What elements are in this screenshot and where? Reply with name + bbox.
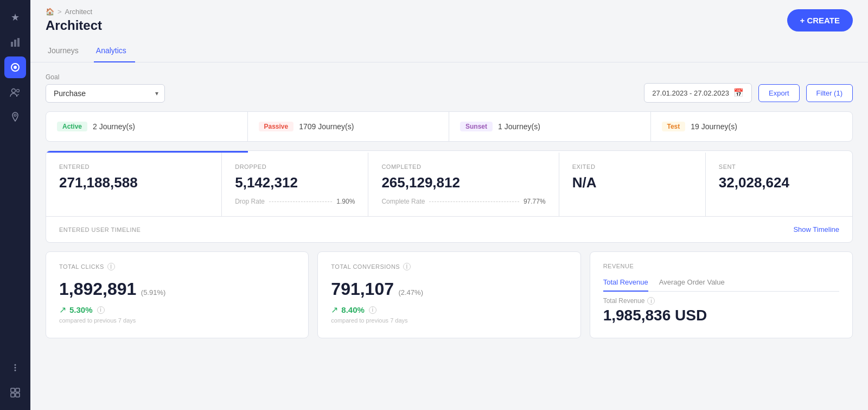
pin-icon[interactable] — [4, 106, 26, 128]
svg-rect-11 — [11, 388, 15, 392]
clicks-trend-up-icon: ↗ — [59, 305, 66, 315]
status-card-passive: Passive 1709 Journey(s) — [248, 112, 450, 141]
test-badge: Test — [662, 122, 686, 131]
clicks-info-icon[interactable]: i — [107, 263, 115, 270]
clicks-compared-text: compared to previous 7 days — [59, 317, 295, 324]
sunset-badge: Sunset — [460, 122, 493, 131]
revenue-sub-info-icon[interactable]: i — [647, 297, 655, 305]
dropped-value: 5,142,312 — [235, 174, 355, 191]
svg-rect-14 — [16, 393, 20, 397]
rev-tab-aov[interactable]: Average Order Value — [659, 278, 725, 292]
svg-rect-13 — [11, 393, 15, 397]
stats-section: ENTERED 271,188,588 DROPPED 5,142,312 Dr… — [46, 150, 853, 243]
content-area: Goal Purchase Signup Checkout Custom ▾ 2… — [30, 62, 868, 410]
calendar-icon: 📅 — [733, 88, 744, 98]
show-timeline-link[interactable]: Show Timeline — [793, 225, 839, 234]
exited-label: EXITED — [572, 163, 692, 170]
clicks-trend-row: ↗ 5.30% i — [59, 305, 295, 315]
sunset-count: 1 Journey(s) — [498, 122, 540, 131]
entered-label: ENTERED — [59, 163, 208, 170]
grid-icon[interactable] — [4, 382, 26, 403]
completed-meta: Complete Rate 97.77% — [381, 198, 545, 205]
goal-row: Goal Purchase Signup Checkout Custom ▾ 2… — [46, 73, 853, 103]
svg-point-5 — [12, 89, 16, 93]
clicks-trend-pct: 5.30% — [69, 305, 93, 314]
clicks-title: TOTAL CLICKS i — [59, 263, 295, 270]
users-icon[interactable] — [4, 81, 26, 103]
home-icon[interactable]: 🏠 — [46, 8, 54, 16]
passive-count: 1709 Journey(s) — [299, 122, 354, 131]
conversions-trend-row: ↗ 8.40% i — [331, 305, 567, 315]
breadcrumb-architect[interactable]: Architect — [65, 8, 93, 16]
bottom-cards: TOTAL CLICKS i 1,892,891 (5.91%) ↗ 5.30%… — [46, 251, 853, 338]
clicks-big-number: 1,892,891 — [59, 279, 136, 299]
breadcrumb-separator: > — [58, 8, 62, 16]
goal-select-wrapper: Purchase Signup Checkout Custom ▾ — [46, 84, 165, 103]
drop-rate-label: Drop Rate — [235, 198, 265, 205]
stat-exited: EXITED N/A — [559, 153, 706, 216]
stats-grid: ENTERED 271,188,588 DROPPED 5,142,312 Dr… — [46, 153, 852, 217]
dropped-meta: Drop Rate 1.90% — [235, 198, 355, 205]
conversions-big-number: 791,107 — [331, 279, 394, 299]
sidebar: ★ — [0, 0, 30, 410]
svg-point-9 — [15, 367, 16, 369]
chart-icon[interactable] — [4, 31, 26, 53]
conversions-info-icon[interactable]: i — [403, 263, 411, 270]
date-range-picker[interactable]: 27.01.2023 - 27.02.2023 📅 — [644, 83, 752, 103]
svg-rect-12 — [16, 388, 20, 392]
exited-value: N/A — [572, 174, 692, 191]
create-button[interactable]: + CREATE — [787, 9, 853, 31]
export-button[interactable]: Export — [758, 84, 800, 102]
drop-rate-value: 1.90% — [336, 198, 355, 205]
timeline-label: ENTERED USER TIMELINE — [59, 226, 141, 233]
topbar: 🏠 > Architect Architect + CREATE — [30, 0, 868, 33]
date-range-value: 27.01.2023 - 27.02.2023 — [652, 89, 729, 97]
revenue-title: REVENUE — [603, 263, 839, 269]
svg-rect-1 — [14, 40, 16, 47]
revenue-sub-label: Total Revenue i — [603, 297, 839, 305]
total-conversions-card: TOTAL CONVERSIONS i 791,107 (2.47%) ↗ 8.… — [317, 251, 580, 338]
sent-label: SENT — [719, 163, 839, 170]
status-cards: Active 2 Journey(s) Passive 1709 Journey… — [46, 111, 853, 142]
svg-point-7 — [14, 114, 16, 116]
svg-rect-0 — [11, 42, 13, 47]
conversions-trend-pct: 8.40% — [341, 305, 365, 314]
revenue-tabs: Total Revenue Average Order Value — [603, 278, 839, 292]
page-title: Architect — [46, 18, 102, 33]
completed-value: 265,129,812 — [381, 174, 545, 191]
conversions-trend-info-icon[interactable]: i — [369, 306, 376, 314]
goal-label: Goal — [46, 73, 165, 81]
test-count: 19 Journey(s) — [691, 122, 737, 131]
passive-badge: Passive — [259, 122, 294, 131]
star-icon[interactable]: ★ — [4, 7, 26, 28]
rev-tab-total[interactable]: Total Revenue — [603, 278, 648, 292]
revenue-value: 1,985,836 USD — [603, 307, 839, 324]
status-card-sunset: Sunset 1 Journey(s) — [449, 112, 651, 141]
svg-point-10 — [15, 370, 16, 371]
more-icon[interactable] — [4, 357, 26, 379]
svg-point-8 — [15, 364, 16, 366]
filter-button[interactable]: Filter (1) — [806, 84, 853, 102]
timeline-section: ENTERED USER TIMELINE Show Timeline — [46, 217, 852, 242]
right-controls: 27.01.2023 - 27.02.2023 📅 Export Filter … — [644, 83, 853, 103]
svg-rect-2 — [17, 38, 20, 47]
clicks-trend-info-icon[interactable]: i — [97, 306, 105, 314]
svg-point-6 — [17, 90, 20, 92]
conversions-title: TOTAL CONVERSIONS i — [331, 263, 567, 270]
svg-point-4 — [14, 66, 17, 69]
goal-select-area: Goal Purchase Signup Checkout Custom ▾ — [46, 73, 165, 103]
clicks-number-row: 1,892,891 (5.91%) — [59, 279, 295, 299]
main-content: 🏠 > Architect Architect + CREATE Journey… — [30, 0, 868, 410]
journey-icon[interactable] — [4, 56, 26, 78]
active-badge: Active — [57, 122, 87, 131]
goal-dropdown[interactable]: Purchase Signup Checkout Custom — [46, 84, 165, 103]
tab-analytics[interactable]: Analytics — [94, 42, 135, 62]
tab-journeys[interactable]: Journeys — [46, 42, 87, 62]
active-count: 2 Journey(s) — [93, 122, 135, 131]
status-card-test: Test 19 Journey(s) — [651, 112, 853, 141]
title-area: 🏠 > Architect Architect — [46, 8, 102, 33]
clicks-pct: (5.91%) — [141, 288, 166, 297]
stat-completed: COMPLETED 265,129,812 Complete Rate 97.7… — [368, 153, 559, 216]
breadcrumb: 🏠 > Architect — [46, 8, 102, 16]
stat-entered: ENTERED 271,188,588 — [46, 153, 222, 216]
